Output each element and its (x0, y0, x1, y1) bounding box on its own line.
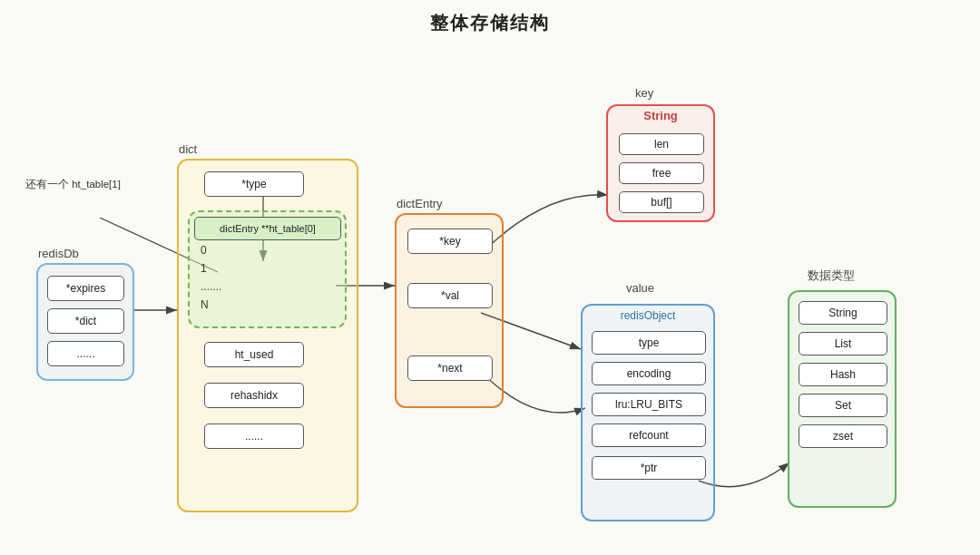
field-val: *val (407, 283, 493, 308)
field-dt-string: String (799, 301, 887, 325)
field-dotdot1: ...... (47, 341, 124, 366)
key-label: key (635, 86, 653, 100)
field-dt-list: List (799, 332, 887, 355)
field-dt-set: Set (799, 394, 887, 417)
field-type: *type (204, 171, 304, 197)
field-htused: ht_used (204, 342, 304, 367)
note-text: 还有一个 ht_table[1] (25, 177, 121, 192)
field-key: *key (407, 229, 493, 254)
field-free: free (619, 162, 704, 184)
datatype-label: 数据类型 (808, 268, 855, 284)
field-encoding: encoding (592, 362, 706, 385)
string-key-group: String len free buf[] (606, 104, 715, 222)
field-dt-hash: Hash (799, 363, 887, 386)
field-expires: *expires (47, 276, 124, 301)
ht-row-dots: ....... (201, 280, 221, 293)
field-buf: buf[] (619, 191, 704, 213)
ht-table-group: dictEntry **ht_table[0] 0 1 ....... N (188, 210, 347, 328)
field-httable: dictEntry **ht_table[0] (194, 217, 341, 240)
value-label: value (626, 281, 654, 295)
dictentry-group: dictEntry *key *val *next (395, 213, 504, 408)
dict-group: dict *type dictEntry **ht_table[0] 0 1 .… (177, 159, 358, 512)
field-ptr: *ptr (592, 456, 706, 480)
field-lru: lru:LRU_BITS (592, 393, 706, 416)
field-dict: *dict (47, 308, 124, 334)
field-refcount: refcount (592, 424, 706, 447)
redisdb-group: redisDb *expires *dict ...... (36, 263, 134, 381)
field-dict-dots: ...... (204, 424, 304, 449)
field-dt-zset: zset (799, 424, 887, 448)
ht-row-0: 0 (201, 244, 207, 257)
dict-label: dict (179, 142, 197, 156)
ht-row-n: N (201, 298, 209, 311)
redisobject-title: redisObject (583, 309, 713, 322)
ht-row-1: 1 (201, 262, 207, 275)
redisobject-group: redisObject type encoding lru:LRU_BITS r… (581, 304, 715, 521)
field-ro-type: type (592, 331, 706, 355)
page-title: 整体存储结构 (0, 0, 980, 35)
dictentry-label: dictEntry (397, 197, 443, 210)
field-rehashidx: rehashidx (204, 383, 304, 408)
string-key-title: String (608, 105, 713, 122)
field-next: *next (407, 355, 493, 381)
field-len: len (619, 133, 704, 155)
datatype-group: String List Hash Set zset (788, 290, 897, 508)
redisdb-label: redisDb (38, 247, 79, 260)
